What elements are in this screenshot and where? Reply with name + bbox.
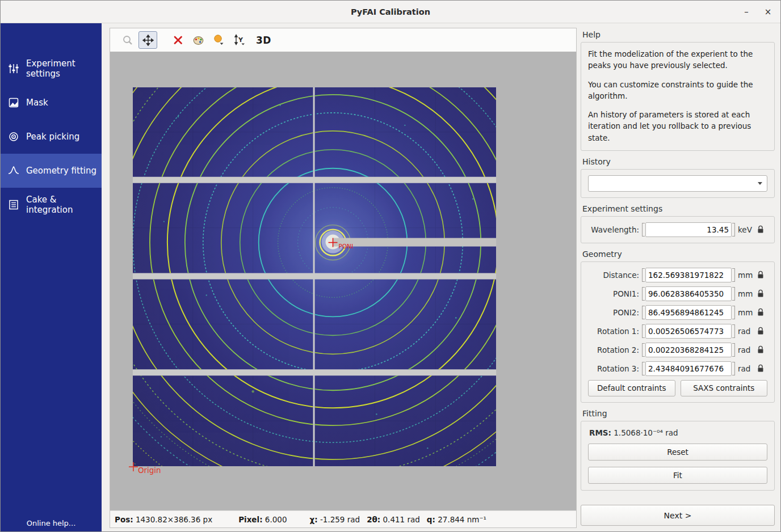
origin-label: Origin bbox=[138, 466, 161, 475]
field-label: Rotation 1: bbox=[588, 327, 639, 336]
spin-bracket-right bbox=[732, 343, 735, 357]
poni2-field-row: PONI2: 86.4956894861245 mm bbox=[588, 305, 767, 320]
geometry-group: Distance: 162.569381971822 mm PONI1: 96.… bbox=[581, 261, 775, 403]
plot-toolbar: Y 3D bbox=[110, 28, 576, 52]
poni2-input[interactable]: 86.4956894861245 bbox=[645, 305, 732, 320]
sliders-icon bbox=[7, 62, 20, 75]
help-paragraph: An history of parameters is stored at ea… bbox=[588, 109, 767, 143]
plot-canvas[interactable]: PONI Origin bbox=[110, 52, 576, 510]
sidebar-item-peak-picking[interactable]: Peak picking bbox=[1, 120, 102, 154]
colormap-palette-icon bbox=[192, 35, 204, 46]
spin-bracket-left bbox=[642, 223, 645, 237]
spin-bracket-left bbox=[642, 362, 645, 375]
titlebar: PyFAI Calibration – × bbox=[1, 1, 780, 23]
window-title: PyFAI Calibration bbox=[351, 7, 430, 16]
rotation3-input[interactable]: 2.43484091677676 bbox=[645, 361, 732, 376]
rotation1-input[interactable]: 0.00526506574773 bbox=[645, 324, 732, 339]
close-button[interactable]: × bbox=[762, 7, 774, 17]
help-paragraph: Fit the modelization of the experient to… bbox=[588, 48, 767, 71]
marker-color-icon bbox=[213, 34, 225, 46]
lock-icon[interactable] bbox=[756, 345, 765, 354]
rotation2-field-row: Rotation 2: 0.00220368284125 rad bbox=[588, 343, 767, 357]
field-label: PONI2: bbox=[588, 308, 639, 317]
next-button[interactable]: Next > bbox=[581, 505, 775, 526]
pixel-readout: Pixel: 6.000 bbox=[238, 515, 287, 524]
spin-bracket-left bbox=[642, 268, 645, 282]
beamstop-arm bbox=[333, 238, 497, 247]
lock-icon[interactable] bbox=[756, 289, 765, 298]
marker-color-tool-button[interactable] bbox=[209, 31, 228, 49]
lock-icon[interactable] bbox=[756, 327, 765, 335]
constraints-buttons-row: Default contraints SAXS contraints bbox=[588, 380, 767, 396]
combobox-arrow-button[interactable] bbox=[753, 176, 767, 191]
spin-bracket-right bbox=[732, 268, 735, 282]
lock-icon[interactable] bbox=[756, 308, 765, 316]
two-theta-readout: 2θ: 0.411 rad bbox=[367, 515, 420, 524]
sidebar-item-label: Experiment settings bbox=[26, 58, 102, 79]
unit-label: keV bbox=[738, 225, 756, 234]
spin-bracket-right bbox=[732, 287, 735, 301]
lock-icon[interactable] bbox=[756, 225, 765, 234]
peak-curve-icon bbox=[7, 164, 20, 177]
main-area: Y 3D bbox=[102, 23, 577, 531]
y-axis-direction-icon: Y bbox=[233, 34, 246, 46]
zoom-icon bbox=[122, 35, 133, 46]
sidebar-item-label: Geometry fitting bbox=[26, 166, 96, 176]
online-help-link[interactable]: Online help... bbox=[1, 519, 102, 527]
pyfai-window: PyFAI Calibration – × Experiment setting… bbox=[0, 0, 781, 532]
saxs-constraints-button[interactable]: SAXS contraints bbox=[681, 380, 768, 396]
pan-tool-button[interactable] bbox=[138, 31, 157, 49]
reset-button[interactable]: Reset bbox=[588, 444, 767, 461]
spin-bracket-left bbox=[642, 306, 645, 319]
minimize-button[interactable]: – bbox=[741, 7, 752, 17]
sidebar-item-geometry-fitting[interactable]: Geometry fitting bbox=[1, 154, 102, 188]
app-body: Experiment settings Mask bbox=[1, 23, 780, 531]
default-constraints-button[interactable]: Default contraints bbox=[588, 380, 675, 396]
wavelength-input[interactable]: 13.45 bbox=[645, 222, 732, 237]
spin-bracket-right bbox=[732, 324, 735, 338]
clear-tool-button[interactable] bbox=[169, 31, 187, 49]
sidebar-item-mask[interactable]: Mask bbox=[1, 86, 102, 120]
unit-label: rad bbox=[738, 327, 756, 336]
experiment-section-title: Experiment settings bbox=[582, 204, 775, 213]
sidebar-item-experiment-settings[interactable]: Experiment settings bbox=[1, 52, 102, 86]
distance-input[interactable]: 162.569381971822 bbox=[645, 268, 732, 282]
field-label: PONI1: bbox=[588, 289, 639, 298]
colormap-tool-button[interactable] bbox=[189, 31, 208, 49]
wavelength-field-row: Wavelength: 13.45 keV bbox=[588, 222, 767, 237]
target-icon bbox=[7, 130, 20, 143]
lock-icon[interactable] bbox=[756, 271, 765, 279]
window-controls: – × bbox=[741, 1, 774, 23]
field-label: Rotation 2: bbox=[588, 345, 639, 354]
history-group bbox=[581, 169, 775, 198]
history-combobox[interactable] bbox=[588, 175, 767, 192]
lock-icon[interactable] bbox=[756, 364, 765, 373]
help-group: Fit the modelization of the experient to… bbox=[581, 42, 775, 151]
help-paragraph: You can customize constraints to guide t… bbox=[588, 79, 767, 102]
poni1-input[interactable]: 96.0628386405350 bbox=[645, 286, 732, 301]
spin-bracket-right bbox=[732, 223, 735, 237]
spin-bracket-right bbox=[732, 362, 735, 375]
sidebar-item-label: Cake & integration bbox=[26, 195, 102, 215]
poni1-field-row: PONI1: 96.0628386405350 mm bbox=[588, 286, 767, 301]
spin-bracket-right bbox=[732, 306, 735, 319]
spin-bracket-left bbox=[642, 324, 645, 338]
rotation2-input[interactable]: 0.00220368284125 bbox=[645, 343, 732, 357]
unit-label: mm bbox=[738, 271, 756, 280]
y-axis-direction-tool-button[interactable]: Y bbox=[230, 31, 249, 49]
fit-button[interactable]: Fit bbox=[588, 467, 767, 484]
history-section-title: History bbox=[582, 157, 775, 166]
spin-bracket-left bbox=[642, 287, 645, 301]
q-readout: q: 27.844 nm⁻¹ bbox=[427, 515, 486, 524]
3d-tool-button[interactable]: 3D bbox=[256, 35, 271, 46]
pan-icon bbox=[142, 35, 154, 46]
rms-readout: RMS: 1.5068·10⁻⁰⁴ rad bbox=[589, 428, 767, 437]
distance-field-row: Distance: 162.569381971822 mm bbox=[588, 268, 767, 282]
sidebar-item-cake-integration[interactable]: Cake & integration bbox=[1, 188, 102, 222]
sidebar-item-label: Mask bbox=[26, 98, 48, 108]
zoom-tool-button[interactable] bbox=[118, 31, 137, 49]
unit-label: rad bbox=[738, 364, 756, 373]
geometry-section-title: Geometry bbox=[582, 250, 775, 259]
diffraction-image[interactable]: PONI Origin bbox=[110, 52, 576, 510]
field-label: Rotation 3: bbox=[588, 364, 639, 373]
